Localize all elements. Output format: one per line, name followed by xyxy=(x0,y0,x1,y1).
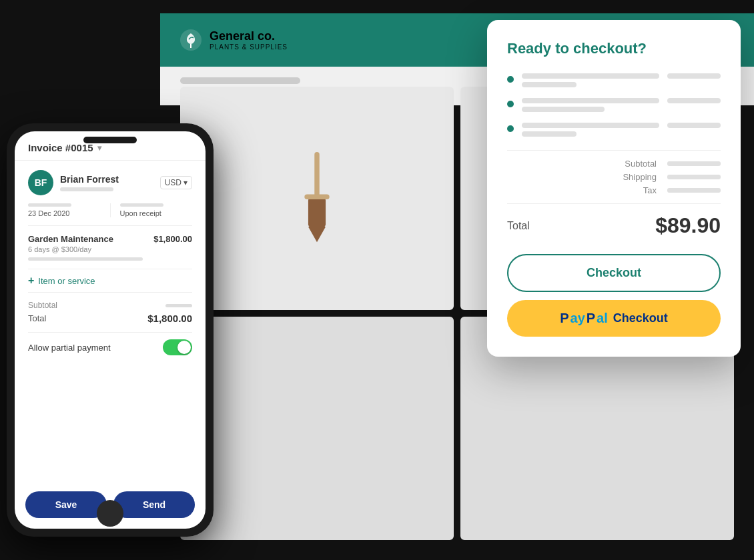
checkout-subtotal-bar xyxy=(667,161,721,166)
paypal-checkout-button[interactable]: PayPal Checkout xyxy=(507,300,721,337)
checkout-item-3 xyxy=(507,123,721,137)
date-field: 23 Dec 2020 xyxy=(28,203,101,217)
toggle-knob xyxy=(177,341,191,354)
invoice-body: BF Brian Forrest USD ▾ 23 Dec 2020 xyxy=(15,161,206,491)
currency-label: USD xyxy=(165,178,181,187)
checkout-item-1-right xyxy=(667,73,721,79)
paypal-ay-icon: ay xyxy=(571,311,585,326)
paypal-p-icon: P xyxy=(560,311,569,326)
save-button[interactable]: Save xyxy=(25,491,107,518)
date-bar xyxy=(28,203,71,207)
invoice-header: Invoice #0015 ▾ xyxy=(15,131,206,161)
subtotal-section: Subtotal Total $1,800.00 xyxy=(28,301,192,324)
checkout-item-2 xyxy=(507,98,721,112)
subtotal-label: Subtotal xyxy=(28,301,57,310)
checkout-item-2-lines xyxy=(522,98,659,112)
customer-bar xyxy=(60,187,113,191)
checkout-item-2-right xyxy=(667,98,721,103)
svg-rect-2 xyxy=(308,197,326,228)
line-item-desc: 6 days @ $300/day xyxy=(28,245,192,253)
partial-payment-label: Allow partial payment xyxy=(28,343,111,353)
checkout-total-row: Total $89.90 xyxy=(507,203,721,238)
svg-marker-3 xyxy=(308,227,326,242)
checkout-item-2-line2 xyxy=(522,107,605,112)
customer-info: Brian Forrest xyxy=(60,174,153,191)
total-row: Total $1,800.00 xyxy=(28,313,192,324)
chevron-down-icon: ▾ xyxy=(97,143,101,153)
phone-notch xyxy=(83,137,137,143)
total-label: Total xyxy=(28,313,46,323)
line-item: Garden Maintenance $1,800.00 6 days @ $3… xyxy=(28,225,192,261)
subtotal-bar xyxy=(165,304,192,307)
checkout-total-label: Total xyxy=(507,220,530,232)
due-bar xyxy=(120,203,163,207)
subtotal-row: Subtotal xyxy=(28,301,192,310)
checkout-shipping-bar xyxy=(667,175,721,179)
line-item-bar xyxy=(28,257,143,261)
paypal-p2-icon: P xyxy=(587,311,595,326)
checkout-modal: Ready to checkout? xyxy=(487,20,741,357)
checkout-item-2-right-line1 xyxy=(667,98,721,103)
currency-badge[interactable]: USD ▾ xyxy=(160,176,192,189)
line-item-row: Garden Maintenance $1,800.00 xyxy=(28,234,192,244)
svg-rect-4 xyxy=(304,194,329,199)
total-amount: $1,800.00 xyxy=(147,313,192,324)
grid-item-3 xyxy=(180,317,454,540)
checkout-item-1 xyxy=(507,73,721,87)
partial-payment-row: Allow partial payment xyxy=(28,332,192,362)
add-item-label: Item or service xyxy=(38,276,95,286)
subtotal-sub-row: Subtotal xyxy=(507,159,721,169)
phone-inner: Invoice #0015 ▾ BF Brian Forrest USD ▾ xyxy=(15,131,206,529)
currency-chevron-icon: ▾ xyxy=(183,178,187,187)
checkout-shipping-label: Shipping xyxy=(623,172,657,182)
due-field: Upon receipt xyxy=(120,203,193,217)
checkout-item-1-line2 xyxy=(522,82,577,87)
checkout-tax-label: Tax xyxy=(643,185,657,195)
paypal-logo: PayPal xyxy=(560,311,608,326)
checkout-total-amount: $89.90 xyxy=(655,213,721,238)
grid-item-shovel xyxy=(180,87,454,310)
checkout-item-3-lines xyxy=(522,123,659,137)
checkout-button[interactable]: Checkout xyxy=(507,254,721,292)
paypal-checkout-label: Checkout xyxy=(613,311,668,325)
customer-name: Brian Forrest xyxy=(60,174,153,185)
tax-sub-row: Tax xyxy=(507,185,721,195)
checkout-item-1-line1 xyxy=(522,73,659,79)
checkout-item-3-line1 xyxy=(522,123,659,128)
app-logo-subtitle: PLANTS & SUPPLIES xyxy=(210,43,288,51)
checkout-subtotal-label: Subtotal xyxy=(625,159,657,169)
checkout-item-1-lines xyxy=(522,73,659,87)
date-divider xyxy=(110,203,111,217)
checkout-items xyxy=(507,73,721,137)
customer-row: BF Brian Forrest USD ▾ xyxy=(28,170,192,195)
partial-payment-toggle[interactable] xyxy=(163,339,192,355)
checkout-title: Ready to checkout? xyxy=(507,40,721,57)
checkout-item-1-right-line1 xyxy=(667,73,721,79)
send-button[interactable]: Send xyxy=(113,491,195,518)
checkout-tax-bar xyxy=(667,188,721,193)
add-item-plus-icon: + xyxy=(28,275,34,287)
app-logo-text: General co. PLANTS & SUPPLIES xyxy=(210,29,288,51)
svg-rect-1 xyxy=(314,152,319,199)
checkout-dot-3 xyxy=(507,125,514,132)
shovel-icon xyxy=(290,152,344,245)
line-item-name: Garden Maintenance xyxy=(28,234,113,244)
add-item-row[interactable]: + Item or service xyxy=(28,269,192,293)
shipping-sub-row: Shipping xyxy=(507,172,721,182)
phone-home-button[interactable] xyxy=(97,500,123,527)
checkout-subtotals: Subtotal Shipping Tax xyxy=(507,150,721,195)
dates-row: 23 Dec 2020 Upon receipt xyxy=(28,203,192,217)
checkout-item-3-right xyxy=(667,123,721,128)
checkout-item-2-line1 xyxy=(522,98,659,103)
invoice-number: Invoice #0015 xyxy=(28,142,93,153)
checkout-item-3-line2 xyxy=(522,131,577,137)
paypal-al-icon: al xyxy=(597,311,608,326)
avatar: BF xyxy=(28,170,53,195)
app-logo-icon xyxy=(180,29,202,51)
invoice-date: 23 Dec 2020 xyxy=(28,209,101,217)
invoice-due: Upon receipt xyxy=(120,209,193,217)
line-item-price: $1,800.00 xyxy=(153,234,192,244)
phone-mockup: Invoice #0015 ▾ BF Brian Forrest USD ▾ xyxy=(7,123,214,537)
app-logo-title: General co. xyxy=(210,29,288,43)
checkout-dot-2 xyxy=(507,101,514,107)
